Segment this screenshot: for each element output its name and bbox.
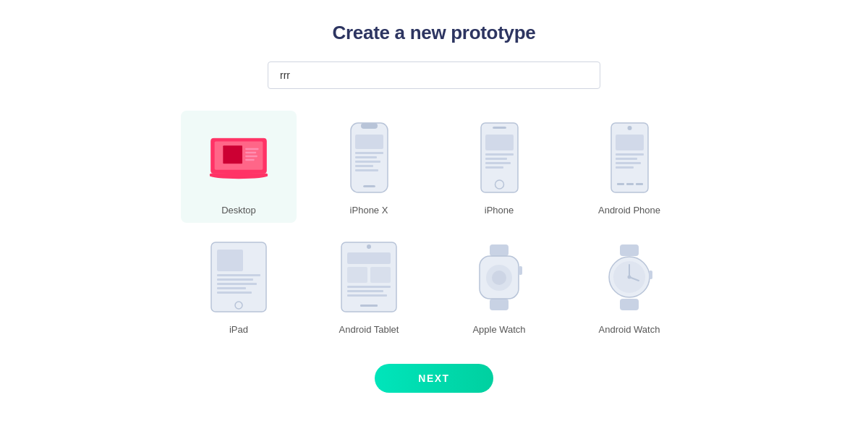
iphone-x-label: iPhone X [350, 205, 388, 216]
svg-rect-54 [490, 299, 509, 310]
android-watch-icon [597, 237, 662, 317]
svg-rect-51 [347, 294, 387, 297]
iphone-icon [467, 118, 532, 197]
svg-rect-30 [616, 158, 637, 160]
svg-rect-34 [626, 183, 634, 185]
device-desktop[interactable]: Desktop [181, 111, 297, 223]
svg-rect-8 [210, 174, 268, 176]
svg-rect-4 [245, 152, 256, 154]
iphone-label: iPhone [485, 205, 514, 216]
svg-rect-39 [217, 278, 253, 281]
device-android-watch[interactable]: Android Watch [571, 230, 687, 342]
svg-rect-29 [616, 153, 644, 156]
svg-rect-14 [355, 161, 380, 163]
svg-rect-35 [636, 183, 643, 185]
android-tablet-icon [336, 237, 401, 317]
svg-point-58 [492, 271, 506, 285]
svg-point-45 [367, 244, 371, 249]
svg-rect-46 [347, 252, 391, 264]
svg-rect-21 [485, 153, 514, 156]
svg-rect-41 [217, 287, 246, 289]
svg-rect-33 [617, 183, 624, 185]
svg-point-27 [627, 126, 631, 130]
ipad-icon [206, 237, 271, 317]
svg-rect-42 [217, 292, 252, 294]
svg-rect-12 [355, 152, 383, 154]
svg-rect-28 [616, 135, 644, 150]
svg-rect-22 [485, 158, 507, 160]
android-phone-label: Android Phone [598, 205, 660, 216]
svg-rect-31 [616, 162, 641, 164]
svg-rect-13 [355, 156, 377, 158]
device-android-tablet[interactable]: Android Tablet [311, 230, 427, 342]
device-iphone-x[interactable]: iPhone X [311, 111, 427, 223]
devices-grid: Desktop iPhone X [181, 111, 687, 342]
svg-rect-11 [355, 135, 383, 149]
svg-rect-23 [485, 162, 511, 164]
svg-rect-40 [217, 283, 257, 285]
desktop-label: Desktop [221, 205, 256, 216]
apple-watch-label: Apple Watch [472, 324, 525, 335]
device-android-phone[interactable]: Android Phone [571, 111, 687, 223]
svg-point-66 [628, 275, 631, 278]
svg-rect-56 [519, 266, 522, 275]
device-apple-watch[interactable]: Apple Watch [441, 230, 557, 342]
svg-rect-20 [485, 135, 514, 150]
android-tablet-label: Android Tablet [339, 324, 399, 335]
device-iphone[interactable]: iPhone [441, 111, 557, 223]
svg-rect-5 [245, 156, 258, 158]
svg-rect-10 [361, 123, 378, 129]
svg-rect-2 [223, 145, 242, 163]
svg-rect-16 [355, 169, 378, 171]
svg-rect-37 [217, 250, 243, 271]
svg-rect-50 [347, 290, 383, 292]
android-phone-icon [597, 118, 662, 197]
svg-rect-15 [355, 165, 373, 167]
svg-rect-32 [616, 166, 634, 169]
svg-rect-52 [360, 305, 378, 307]
next-button[interactable]: NEXT [375, 364, 493, 393]
svg-rect-60 [620, 299, 639, 310]
svg-rect-3 [245, 148, 258, 150]
svg-rect-38 [217, 274, 260, 276]
svg-rect-17 [363, 185, 375, 187]
svg-rect-48 [370, 267, 391, 283]
device-ipad[interactable]: iPad [181, 230, 297, 342]
android-watch-label: Android Watch [599, 324, 660, 335]
svg-rect-62 [649, 271, 652, 279]
iphone-x-icon [336, 118, 401, 197]
svg-rect-6 [245, 159, 255, 161]
page-title: Create a new prototype [333, 22, 536, 44]
apple-watch-icon [467, 237, 532, 317]
svg-rect-24 [485, 166, 503, 169]
prototype-name-input[interactable] [268, 61, 600, 89]
svg-rect-47 [347, 267, 367, 283]
svg-rect-53 [490, 244, 509, 256]
ipad-label: iPad [229, 324, 248, 335]
svg-rect-59 [620, 244, 639, 256]
desktop-icon [206, 118, 271, 197]
svg-rect-19 [493, 127, 506, 129]
svg-rect-49 [347, 286, 391, 288]
